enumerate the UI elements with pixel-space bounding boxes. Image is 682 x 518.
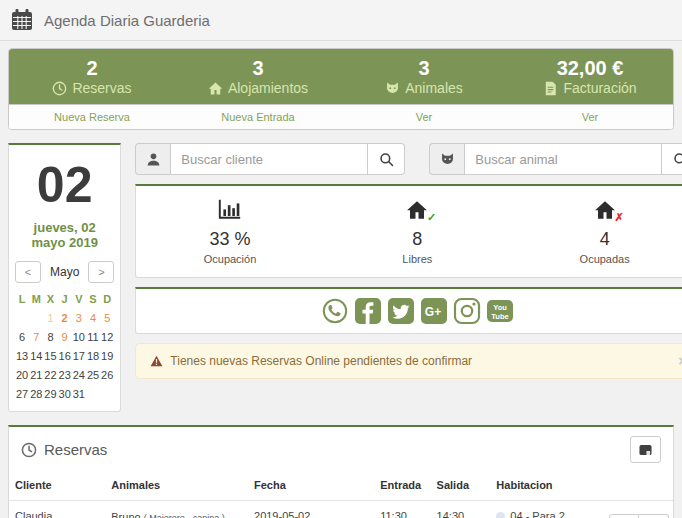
calendar-day-20[interactable]: 20 <box>15 365 29 384</box>
calendar-day-31[interactable]: 31 <box>72 384 86 403</box>
cell-actions <box>603 501 673 518</box>
weekday-header: J <box>58 290 72 308</box>
person-icon <box>135 143 170 175</box>
card-view-button[interactable] <box>630 436 661 463</box>
calendar-day-empty <box>100 384 114 403</box>
next-month-button[interactable]: > <box>88 261 114 283</box>
link-nueva-reserva[interactable]: Nueva Reserva <box>9 105 175 129</box>
calendar-day-25[interactable]: 25 <box>86 365 100 384</box>
column-header-actions <box>603 469 673 501</box>
client-search-group <box>135 143 405 175</box>
occupancy-ocupación: 33 %Ocupación <box>136 199 323 265</box>
weekday-header: D <box>100 290 114 308</box>
stat-reservas: 2Reservas <box>9 56 175 96</box>
calendar-day-14[interactable]: 14 <box>29 346 43 365</box>
edit-button[interactable] <box>609 514 639 518</box>
chart-icon <box>218 199 242 221</box>
calendar-card: 02 jueves, 02 mayo 2019 < Mayo > LMXJVSD… <box>8 143 121 412</box>
calendar-day-1[interactable]: 1 <box>43 308 57 327</box>
calendar-day-27[interactable]: 27 <box>15 384 29 403</box>
instagram-icon[interactable] <box>453 297 481 325</box>
calendar-day-17[interactable]: 17 <box>72 346 86 365</box>
occupancy-value: 33 % <box>136 229 323 249</box>
calendar-app-icon <box>10 8 34 32</box>
social-links-card: G+YouTube <box>135 287 682 334</box>
home-icon: ✓ <box>405 199 429 221</box>
whatsapp-icon[interactable] <box>321 297 349 325</box>
facebook-icon[interactable] <box>354 297 382 325</box>
calendar-day-23[interactable]: 23 <box>58 365 72 384</box>
link-ver[interactable]: Ver <box>341 105 507 129</box>
calendar-day-22[interactable]: 22 <box>43 365 57 384</box>
app-header: Agenda Diaria Guarderia <box>0 0 682 41</box>
calendar-day-28[interactable]: 28 <box>29 384 43 403</box>
calendar-day-26[interactable]: 26 <box>100 365 114 384</box>
calendar-day-29[interactable]: 29 <box>43 384 57 403</box>
calendar-day-18[interactable]: 18 <box>86 346 100 365</box>
calendar-day-24[interactable]: 24 <box>72 365 86 384</box>
column-header-fecha: Fecha <box>248 469 374 501</box>
search-row <box>135 143 682 175</box>
stat-value: 32,00 € <box>507 56 673 80</box>
stats-row: 2Reservas3Alojamientos3Animales32,00 €Fa… <box>9 49 673 104</box>
calendar-day-4[interactable]: 4 <box>86 308 100 327</box>
calendar-day-12[interactable]: 12 <box>100 327 114 346</box>
stat-value: 3 <box>175 56 341 80</box>
animal-search-input[interactable] <box>464 143 662 175</box>
occupancy-card: 33 %Ocupación✓8Libres✗4Ocupadas <box>135 184 682 278</box>
calendar-day-5[interactable]: 5 <box>100 308 114 327</box>
reservations-header: Reservas <box>9 427 673 469</box>
close-alert-button[interactable]: × <box>678 354 682 368</box>
calendar-day-21[interactable]: 21 <box>29 365 43 384</box>
home-icon <box>208 81 223 96</box>
pet-icon <box>385 81 400 96</box>
weekday-header: L <box>15 290 29 308</box>
svg-text:Tube: Tube <box>491 312 508 321</box>
calendar-day-2[interactable]: 2 <box>58 308 72 327</box>
client-search-button[interactable] <box>368 143 405 175</box>
calendar-day-8[interactable]: 8 <box>43 327 57 346</box>
twitter-icon[interactable] <box>387 297 415 325</box>
warning-icon <box>150 355 163 367</box>
calendar-day-3[interactable]: 3 <box>72 308 86 327</box>
stats-links-row: Nueva ReservaNueva EntradaVerVer <box>9 104 673 129</box>
column-header-entrada: Entrada <box>374 469 430 501</box>
calendar-day-30[interactable]: 30 <box>58 384 72 403</box>
check-overlay-icon: ✓ <box>427 211 436 224</box>
calendar-date-label: jueves, 02 mayo 2019 <box>15 220 114 250</box>
prev-month-button[interactable]: < <box>15 261 41 283</box>
link-ver[interactable]: Ver <box>507 105 673 129</box>
calendar-day-13[interactable]: 13 <box>15 346 29 365</box>
calendar-day-15[interactable]: 15 <box>43 346 57 365</box>
cell-entrada: 11:30 <box>374 501 430 518</box>
calendar-day-7[interactable]: 7 <box>29 327 43 346</box>
calendar-day-11[interactable]: 11 <box>86 327 100 346</box>
page-title: Agenda Diaria Guarderia <box>44 12 210 29</box>
occupancy-libres: ✓8Libres <box>324 199 511 265</box>
stat-value: 2 <box>9 56 175 80</box>
occupancy-value: 4 <box>511 229 682 249</box>
calendar-day-19[interactable]: 19 <box>100 346 114 365</box>
calendar-day-9[interactable]: 9 <box>58 327 72 346</box>
calendar-day-6[interactable]: 6 <box>15 327 29 346</box>
calendar-day-10[interactable]: 10 <box>72 327 86 346</box>
animal-search-button[interactable] <box>662 143 682 175</box>
checkin-button[interactable] <box>639 514 669 518</box>
calendar-day-16[interactable]: 16 <box>58 346 72 365</box>
stat-label: Alojamientos <box>228 80 308 96</box>
link-nueva-entrada[interactable]: Nueva Entrada <box>175 105 341 129</box>
cell-habitacion: 04 - Para 2 animales <box>490 501 603 518</box>
search-icon <box>673 152 682 167</box>
animal-detail: ( Majorero - canina ) <box>144 513 225 518</box>
calendar-month-nav: < Mayo > <box>15 261 114 283</box>
google-plus-icon[interactable]: G+ <box>420 297 448 325</box>
svg-text:G+: G+ <box>425 305 441 319</box>
content-row: 02 jueves, 02 mayo 2019 < Mayo > LMXJVSD… <box>8 143 674 412</box>
reservations-panel: Reservas ClienteAnimalesFechaEntradaSali… <box>8 425 674 518</box>
occupancy-label: Ocupadas <box>511 253 682 265</box>
month-label: Mayo <box>50 265 79 279</box>
youtube-icon[interactable]: YouTube <box>486 297 514 325</box>
client-search-input[interactable] <box>170 143 368 175</box>
reservation-row: Claudia TomellosoBruno ( Majorero - cani… <box>9 501 673 518</box>
stat-label: Reservas <box>72 80 131 96</box>
